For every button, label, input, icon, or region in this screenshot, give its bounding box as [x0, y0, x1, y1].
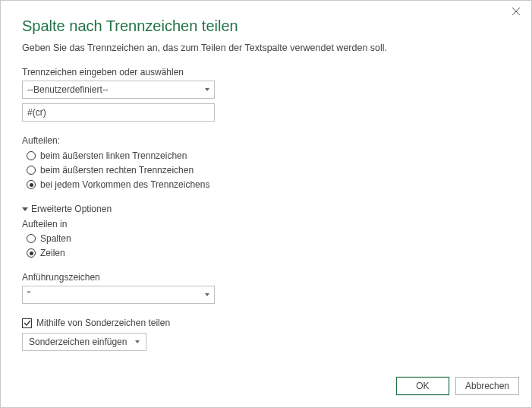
advanced-options-expander[interactable]: Erweiterte Optionen	[22, 204, 510, 214]
dialog-footer: OK Abbrechen	[396, 377, 519, 395]
cancel-button-label: Abbrechen	[465, 381, 509, 391]
radio-icon	[27, 151, 36, 160]
radio-split-rows[interactable]: Zeilen	[27, 248, 510, 258]
radio-icon	[27, 234, 36, 243]
custom-delimiter-input[interactable]: #(cr)	[22, 103, 215, 122]
special-chars-label: Mithilfe von Sonderzeichen teilen	[36, 318, 170, 328]
delimiter-dropdown-value: --Benutzerdefiniert--	[27, 84, 109, 95]
split-at-label: Aufteilen:	[22, 135, 510, 146]
radio-left-label: beim äußersten linken Trennzeichen	[40, 150, 187, 161]
chevron-down-icon	[205, 293, 209, 296]
quote-char-value: "	[27, 289, 30, 300]
delimiter-dropdown[interactable]: --Benutzerdefiniert--	[22, 81, 215, 99]
radio-icon-selected	[27, 248, 36, 258]
chevron-down-icon	[205, 88, 209, 91]
radio-columns-label: Spalten	[40, 233, 71, 244]
chevron-down-icon	[135, 340, 140, 343]
radio-each-occurrence[interactable]: bei jedem Vorkommen des Trennzeichens	[27, 179, 510, 190]
radio-icon-selected	[27, 180, 36, 189]
radio-split-columns[interactable]: Spalten	[27, 233, 510, 244]
radio-left-most[interactable]: beim äußersten linken Trennzeichen	[27, 150, 510, 161]
special-chars-checkbox[interactable]: Mithilfe von Sonderzeichen teilen	[22, 318, 510, 328]
insert-special-char-dropdown[interactable]: Sonderzeichen einfügen	[22, 333, 146, 351]
radio-icon	[27, 166, 36, 175]
dialog-title: Spalte nach Trennzeichen teilen	[22, 17, 510, 35]
radio-each-label: bei jedem Vorkommen des Trennzeichens	[40, 179, 209, 190]
advanced-options-label: Erweiterte Optionen	[31, 204, 112, 214]
radio-rows-label: Zeilen	[40, 248, 65, 258]
quote-char-label: Anführungszeichen	[22, 272, 510, 283]
delimiter-label: Trennzeichen eingeben oder auswählen	[22, 67, 510, 77]
insert-special-char-label: Sonderzeichen einfügen	[29, 337, 127, 347]
close-icon	[512, 8, 520, 15]
checkbox-icon-checked	[22, 318, 32, 328]
triangle-down-icon	[22, 207, 28, 211]
close-button[interactable]	[501, 1, 531, 22]
ok-button-label: OK	[416, 381, 429, 391]
ok-button[interactable]: OK	[396, 377, 449, 395]
dialog-subtitle: Geben Sie das Trennzeichen an, das zum T…	[22, 43, 510, 53]
custom-delimiter-value: #(cr)	[27, 107, 46, 118]
split-column-dialog: Spalte nach Trennzeichen teilen Geben Si…	[0, 0, 532, 408]
cancel-button[interactable]: Abbrechen	[455, 377, 519, 395]
radio-right-label: beim äußersten rechten Trennzeichen	[40, 165, 194, 176]
quote-char-dropdown[interactable]: "	[22, 286, 215, 304]
radio-right-most[interactable]: beim äußersten rechten Trennzeichen	[27, 165, 510, 176]
split-into-label: Aufteilen in	[22, 219, 510, 229]
